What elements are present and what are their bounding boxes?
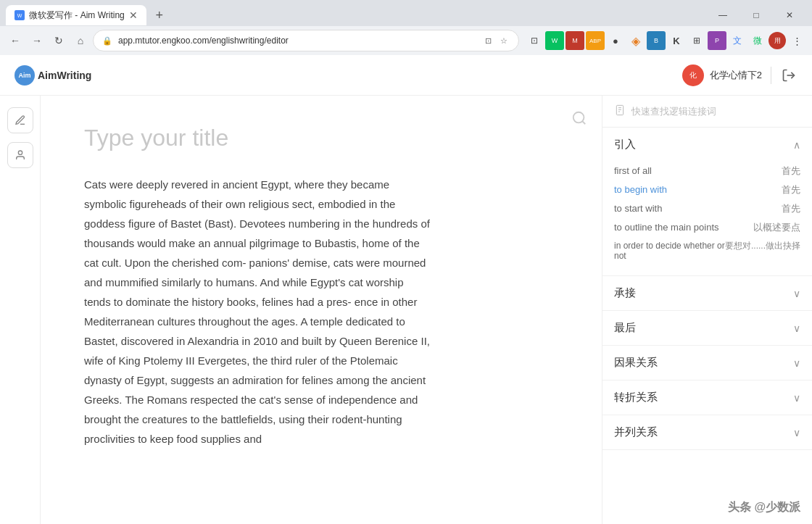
browser-extensions: ⊡ W M ABP ● ◈ B K ⊞ P 文 微 用 ⋮	[525, 31, 806, 50]
section-chengjie-header[interactable]: 承接 ∨	[602, 276, 812, 310]
ext-qr-icon[interactable]: ⊞	[687, 31, 706, 50]
ext-blue-square-icon[interactable]: B	[647, 31, 666, 50]
svg-point-2	[573, 112, 584, 123]
user-tool-button[interactable]	[7, 142, 33, 168]
browser-menu-button[interactable]: ⋮	[787, 31, 806, 50]
section-yinguo: 因果关系 ∨	[602, 346, 812, 380]
editor-content[interactable]: Cats were deeply revered in ancient Egyp…	[84, 175, 432, 449]
section-zuihou-chevron: ∨	[793, 323, 800, 334]
section-binglie-chevron: ∨	[793, 427, 800, 438]
section-zuihou-header[interactable]: 最后 ∨	[602, 311, 812, 345]
phrase-en-5: in order to decide whether or not	[614, 241, 725, 261]
tab-close-button[interactable]: ✕	[129, 9, 138, 21]
ext-mail-icon[interactable]: M	[566, 31, 584, 50]
svg-rect-3	[616, 105, 623, 115]
tab-favicon: W	[14, 10, 25, 20]
lock-icon: 🔒	[102, 36, 112, 46]
phrase-cn-5: 要想对......做出抉择	[725, 240, 800, 252]
user-name-label: 化学心情下2	[710, 69, 762, 82]
phrase-cn-3: 首先	[782, 202, 800, 215]
ext-dot-icon[interactable]: ●	[606, 31, 625, 50]
screen-cast-icon[interactable]: ⊡	[482, 35, 494, 46]
edit-tool-button[interactable]	[7, 107, 33, 133]
new-tab-button[interactable]: +	[149, 5, 170, 25]
section-zhuanzhe-title: 转折关系	[614, 391, 658, 404]
section-chengjie: 承接 ∨	[602, 276, 812, 311]
window-maximize-button[interactable]: □	[740, 5, 773, 25]
section-zuihou: 最后 ∨	[602, 311, 812, 346]
editor-area[interactable]: Type your title Cats were deeply revered…	[41, 96, 602, 524]
section-chengjie-chevron: ∨	[793, 288, 800, 299]
section-zhuanzhe: 转折关系 ∨	[602, 380, 812, 415]
window-minimize-button[interactable]: —	[706, 5, 740, 25]
logout-button[interactable]	[780, 67, 798, 84]
section-chengjie-title: 承接	[614, 286, 636, 300]
phrase-row-2: to begin with 首先	[614, 183, 800, 196]
phrase-en-2[interactable]: to begin with	[614, 184, 667, 195]
window-close-button[interactable]: ✕	[773, 5, 806, 25]
section-binglie-header[interactable]: 并列关系 ∨	[602, 415, 812, 449]
ext-translate-icon[interactable]: 文	[728, 31, 747, 50]
section-zuihou-title: 最后	[614, 321, 636, 335]
section-intro-content: first of all 首先 to begin with 首先 to star…	[602, 162, 812, 275]
app-header: Aim AimWriting 化 化学心情下2	[0, 55, 812, 96]
address-bar[interactable]: 🔒 app.mtutor.engkoo.com/englishwriting/e…	[93, 30, 519, 51]
phrase-row-5: in order to decide whether or not 要想对...…	[614, 240, 800, 261]
ext-wechat-icon[interactable]: W	[545, 31, 564, 50]
ext-purple-icon[interactable]: P	[708, 31, 726, 50]
logo-short-text: Aim	[18, 72, 30, 79]
browser-tab[interactable]: W 微软爱写作 - Aim Writing ✕	[6, 5, 146, 25]
ext-wechat2-icon[interactable]: 微	[748, 31, 767, 50]
bookmark-icon[interactable]: ☆	[498, 35, 510, 46]
header-right: 化 化学心情下2	[682, 65, 798, 86]
title-input[interactable]: Type your title	[84, 125, 558, 151]
watermark: 头条 @少数派	[724, 499, 805, 517]
section-zhuanzhe-chevron: ∨	[793, 392, 800, 404]
panel-search-placeholder: 快速查找逻辑连接词	[631, 105, 800, 118]
section-intro-chevron: ∧	[793, 139, 800, 151]
sections-container: 引入 ∧ first of all 首先 to begin with 首先	[602, 128, 812, 450]
phrase-cn-4: 以概述要点	[753, 221, 800, 234]
back-button[interactable]: ←	[6, 31, 25, 50]
phrase-cn-1: 首先	[782, 165, 800, 178]
ext-orange-icon[interactable]: ◈	[626, 31, 645, 50]
user-avatar-browser[interactable]: 用	[768, 32, 786, 49]
header-divider	[771, 67, 771, 84]
user-info: 化 化学心情下2	[682, 65, 762, 86]
forward-button[interactable]: →	[28, 31, 46, 50]
app-logo: Aim AimWriting	[14, 65, 91, 86]
ext-abp-icon[interactable]: ABP	[586, 31, 605, 50]
logo-icon: Aim	[14, 65, 35, 86]
url-text: app.mtutor.engkoo.com/englishwriting/edi…	[118, 36, 476, 46]
home-button[interactable]: ⌂	[71, 31, 90, 50]
section-binglie: 并列关系 ∨	[602, 415, 812, 450]
section-zhuanzhe-header[interactable]: 转折关系 ∨	[602, 380, 812, 415]
section-yinguo-title: 因果关系	[614, 356, 658, 370]
logo-full-text: AimWriting	[38, 70, 91, 81]
phrase-en-3: to start with	[614, 203, 662, 214]
user-avatar: 化	[682, 65, 704, 86]
phrase-row-4: to outline the main points 以概述要点	[614, 221, 800, 234]
navigation-bar: ← → ↻ ⌂ 🔒 app.mtutor.engkoo.com/englishw…	[0, 26, 812, 55]
phrase-row-1: first of all 首先	[614, 165, 800, 178]
phrase-cn-2: 首先	[782, 183, 800, 196]
svg-point-1	[18, 151, 22, 154]
editor-search-button[interactable]	[571, 110, 587, 129]
app-container: Aim AimWriting 化 化学心情下2	[0, 55, 812, 524]
main-content: Type your title Cats were deeply revered…	[0, 96, 812, 524]
section-binglie-title: 并列关系	[614, 425, 658, 439]
refresh-button[interactable]: ↻	[49, 31, 68, 50]
ext-k-icon[interactable]: K	[667, 31, 686, 50]
phrase-en-1: first of all	[614, 165, 652, 176]
section-yinguo-chevron: ∨	[793, 357, 800, 369]
section-yinguo-header[interactable]: 因果关系 ∨	[602, 346, 812, 380]
section-intro-title: 引入	[614, 138, 636, 151]
left-sidebar	[0, 96, 41, 524]
phrase-en-4: to outline the main points	[614, 222, 719, 233]
tab-title: 微软爱写作 - Aim Writing	[29, 9, 125, 22]
ext-screen-icon[interactable]: ⊡	[525, 31, 544, 50]
phrase-row-3: to start with 首先	[614, 202, 800, 215]
right-panel: 快速查找逻辑连接词 引入 ∧ first of all 首先	[602, 96, 812, 524]
panel-document-icon	[614, 104, 626, 118]
section-intro-header[interactable]: 引入 ∧	[602, 128, 812, 162]
